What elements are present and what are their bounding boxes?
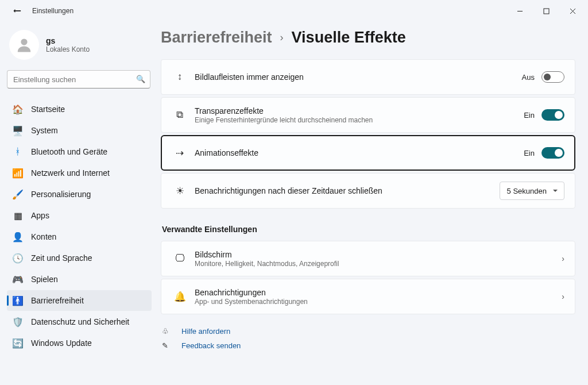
- close-button[interactable]: [559, 2, 586, 20]
- nav: 🏠Startseite 🖥️System ᚼBluetooth und Gerä…: [7, 99, 152, 353]
- breadcrumb-parent[interactable]: Barrierefreiheit: [161, 29, 272, 47]
- nav-accounts[interactable]: 👤Konten: [7, 226, 152, 247]
- titlebar: 🠔 Einstellungen: [0, 0, 588, 22]
- brush-icon: 🖌️: [13, 189, 23, 200]
- back-button[interactable]: 🠔: [10, 6, 24, 16]
- nav-gaming[interactable]: 🎮Spielen: [7, 269, 152, 290]
- related-notifications[interactable]: 🔔 Benachrichtigungen App- und Systembena…: [161, 279, 575, 314]
- nav-personalization[interactable]: 🖌️Personalisierung: [7, 184, 152, 205]
- accessibility-icon: 🚹: [13, 295, 23, 306]
- chevron-right-icon: ›: [562, 292, 564, 301]
- related-display[interactable]: 🖵 Bildschirm Monitore, Helligkeit, Nacht…: [161, 241, 575, 276]
- toggle-state: Ein: [524, 149, 535, 157]
- nav-update[interactable]: 🔄Windows Update: [7, 333, 152, 353]
- nav-system[interactable]: 🖥️System: [7, 120, 152, 141]
- maximize-button[interactable]: [533, 2, 559, 20]
- help-link[interactable]: ♧Hilfe anfordern: [162, 327, 575, 336]
- nav-accessibility[interactable]: 🚹Barrierefreiheit: [7, 290, 152, 311]
- scroll-icon: ↕: [172, 71, 188, 83]
- wifi-icon: 📶: [13, 168, 23, 179]
- svg-rect-1: [544, 9, 549, 14]
- feedback-icon: ✎: [162, 341, 172, 350]
- footer-links: ♧Hilfe anfordern ✎Feedback senden: [161, 327, 575, 350]
- nav-bluetooth[interactable]: ᚼBluetooth und Geräte: [7, 141, 152, 162]
- page-title: Visuelle Effekte: [292, 29, 406, 47]
- bell-icon: 🔔: [172, 291, 188, 303]
- nav-network[interactable]: 📶Netzwerk und Internet: [7, 163, 152, 183]
- animations-toggle[interactable]: [541, 147, 564, 159]
- search-input[interactable]: [7, 70, 150, 88]
- scrollbars-toggle[interactable]: [541, 71, 564, 83]
- monitor-icon: 🖵: [172, 253, 188, 264]
- system-icon: 🖥️: [13, 125, 23, 136]
- nav-privacy[interactable]: 🛡️Datenschutz und Sicherheit: [7, 311, 152, 332]
- transparency-icon: ⧉: [172, 109, 188, 121]
- user-name: gs: [46, 36, 90, 45]
- timeout-select[interactable]: 5 Sekunden: [500, 182, 564, 200]
- svg-point-4: [21, 38, 27, 45]
- brightness-icon: ☀: [172, 185, 188, 197]
- setting-notification-timeout[interactable]: ☀ Benachrichtigungen nach dieser Zeitdau…: [161, 173, 575, 209]
- main-content: Barrierefreiheit › Visuelle Effekte ↕ Bi…: [156, 22, 588, 385]
- toggle-state: Ein: [524, 111, 535, 120]
- breadcrumb: Barrierefreiheit › Visuelle Effekte: [161, 29, 575, 47]
- toggle-state: Aus: [522, 73, 535, 82]
- minimize-button[interactable]: [506, 2, 533, 20]
- window-title: Einstellungen: [32, 7, 74, 15]
- chevron-right-icon: ›: [562, 254, 564, 263]
- user-header[interactable]: gs Lokales Konto: [7, 26, 152, 70]
- setting-animations[interactable]: ⇢ Animationseffekte Ein: [161, 135, 575, 171]
- user-account-type: Lokales Konto: [46, 45, 90, 53]
- related-heading: Verwandte Einstellungen: [162, 225, 575, 234]
- nav-home[interactable]: 🏠Startseite: [7, 99, 152, 120]
- animation-icon: ⇢: [172, 147, 188, 159]
- home-icon: 🏠: [13, 104, 23, 115]
- feedback-link[interactable]: ✎Feedback senden: [162, 341, 575, 350]
- apps-icon: ▦: [13, 210, 23, 221]
- clock-icon: 🕓: [13, 253, 23, 264]
- avatar: [9, 30, 39, 60]
- nav-time[interactable]: 🕓Zeit und Sprache: [7, 248, 152, 268]
- nav-apps[interactable]: ▦Apps: [7, 205, 152, 226]
- bluetooth-icon: ᚼ: [13, 147, 23, 157]
- update-icon: 🔄: [13, 338, 23, 349]
- setting-scrollbars[interactable]: ↕ Bildlaufleisten immer anzeigen Aus: [161, 59, 575, 95]
- chevron-right-icon: ›: [280, 32, 284, 44]
- account-icon: 👤: [13, 232, 23, 242]
- search-box[interactable]: 🔍: [7, 70, 150, 88]
- setting-transparency[interactable]: ⧉ Transparenzeffekte Einige Fensterhinte…: [161, 97, 575, 133]
- sidebar: gs Lokales Konto 🔍 🏠Startseite 🖥️System …: [0, 22, 156, 385]
- help-icon: ♧: [162, 327, 172, 336]
- search-icon: 🔍: [136, 75, 145, 83]
- transparency-toggle[interactable]: [541, 109, 564, 121]
- shield-icon: 🛡️: [13, 317, 23, 328]
- gamepad-icon: 🎮: [13, 274, 23, 285]
